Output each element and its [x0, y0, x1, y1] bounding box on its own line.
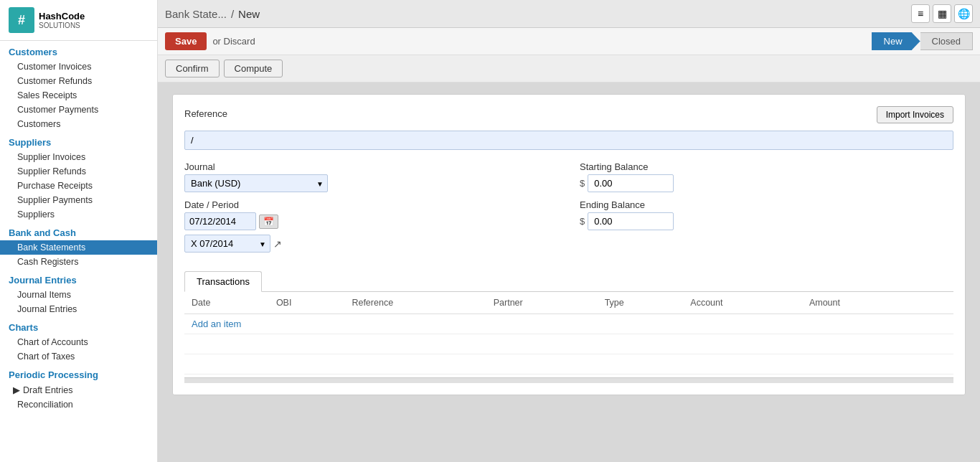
breadcrumb-parent[interactable]: Bank State... — [165, 8, 227, 20]
sidebar-item-chart-of-taxes[interactable]: Chart of Taxes — [0, 349, 157, 364]
transactions-section: Transactions Date OBI Reference Partner … — [184, 271, 953, 383]
date-period-group: Date / Period 📅 X 07/2014 X 06/2014 X 08… — [184, 199, 558, 253]
col-account: Account — [683, 292, 802, 314]
app-logo: # HashCode SOLUTIONS — [0, 0, 157, 41]
journal-select[interactable]: Bank (USD) Cash Miscellaneous — [184, 174, 328, 192]
col-amount: Amount — [802, 292, 917, 314]
period-select-wrap: X 07/2014 X 06/2014 X 08/2014 ▼ — [184, 235, 270, 253]
starting-balance-group: Starting Balance $ — [580, 161, 953, 192]
sidebar-item-suppliers[interactable]: Suppliers — [0, 207, 157, 222]
sidebar-item-draft-entries[interactable]: ▶ Draft Entries — [0, 382, 157, 397]
add-item-link[interactable]: Add an item — [192, 319, 241, 329]
sidebar-item-bank-statements[interactable]: Bank Statements — [0, 240, 157, 255]
breadcrumb: Bank State... / New — [165, 8, 260, 20]
sidebar-item-chart-of-accounts[interactable]: Chart of Accounts — [0, 335, 157, 349]
table-body: Add an item — [184, 314, 953, 374]
sidebar-item-supplier-refunds[interactable]: Supplier Refunds — [0, 164, 157, 179]
sidebar-section-charts[interactable]: Charts — [0, 316, 157, 335]
tab-bar: Transactions — [184, 271, 953, 292]
starting-balance-input[interactable] — [588, 174, 674, 192]
form-card: Reference Import Invoices Journal Bank (… — [172, 94, 966, 395]
grid-view-icon[interactable]: ▦ — [933, 4, 951, 23]
sidebar-item-cash-registers[interactable]: Cash Registers — [0, 255, 157, 269]
add-item-row: Add an item — [184, 314, 953, 334]
status-tab-new[interactable]: New — [872, 32, 920, 50]
arrow-icon: ▶ — [13, 385, 20, 395]
col-partner: Partner — [486, 292, 598, 314]
form-area: Reference Import Invoices Journal Bank (… — [158, 82, 980, 462]
confirm-button[interactable]: Confirm — [165, 60, 220, 77]
reference-label: Reference — [184, 108, 227, 119]
sidebar-item-journal-items[interactable]: Journal Items — [0, 288, 157, 302]
journal-select-wrap: Bank (USD) Cash Miscellaneous ▼ — [184, 174, 328, 192]
transactions-table: Date OBI Reference Partner Type Account … — [184, 292, 953, 374]
date-input-wrap: 📅 — [184, 212, 558, 230]
globe-icon[interactable]: 🌐 — [954, 4, 973, 23]
compute-button[interactable]: Compute — [224, 60, 283, 77]
sidebar-item-customer-invoices[interactable]: Customer Invoices — [0, 60, 157, 74]
sidebar-section-customers[interactable]: Customers — [0, 41, 157, 60]
save-button[interactable]: Save — [165, 32, 207, 50]
empty-row-2 — [184, 354, 953, 374]
import-invoices-button[interactable]: Import Invoices — [877, 106, 953, 123]
breadcrumb-separator: / — [231, 8, 234, 20]
ending-balance-label: Ending Balance — [580, 199, 953, 210]
tab-transactions[interactable]: Transactions — [184, 271, 262, 292]
sidebar-item-reconciliation[interactable]: Reconciliation — [0, 397, 157, 412]
table-head: Date OBI Reference Partner Type Account … — [184, 292, 953, 314]
col-date: Date — [184, 292, 269, 314]
top-bar-icons: ≡ ▦ 🌐 — [911, 4, 973, 23]
reference-input[interactable] — [184, 131, 953, 150]
journal-label: Journal — [184, 161, 558, 172]
journal-group: Journal Bank (USD) Cash Miscellaneous ▼ — [184, 161, 558, 192]
sidebar-section-journal[interactable]: Journal Entries — [0, 269, 157, 288]
main-content: Bank State... / New ≡ ▦ 🌐 Save or Discar… — [158, 0, 980, 462]
list-view-icon[interactable]: ≡ — [911, 4, 930, 23]
starting-balance-label: Starting Balance — [580, 161, 953, 172]
horizontal-scrollbar[interactable] — [184, 377, 953, 383]
ending-balance-wrap: $ — [580, 212, 953, 230]
sidebar-section-periodic[interactable]: Periodic Processing — [0, 364, 157, 382]
left-col: Journal Bank (USD) Cash Miscellaneous ▼ … — [184, 161, 558, 260]
breadcrumb-current: New — [238, 8, 260, 20]
external-link-icon[interactable]: ↗ — [273, 238, 282, 250]
logo-symbol: # — [9, 7, 34, 33]
sidebar-item-customer-payments[interactable]: Customer Payments — [0, 103, 157, 117]
logo-name: HashCode SOLUTIONS — [39, 11, 85, 29]
sidebar-item-purchase-receipts[interactable]: Purchase Receipts — [0, 179, 157, 193]
col-actions — [917, 292, 953, 314]
sidebar: # HashCode SOLUTIONS Customers Customer … — [0, 0, 158, 462]
sidebar-item-supplier-invoices[interactable]: Supplier Invoices — [0, 150, 157, 164]
starting-balance-currency: $ — [580, 178, 585, 189]
date-period-label: Date / Period — [184, 199, 558, 210]
empty-row-1 — [184, 334, 953, 354]
col-obi: OBI — [269, 292, 345, 314]
status-tab-closed[interactable]: Closed — [920, 32, 973, 50]
period-wrap: X 07/2014 X 06/2014 X 08/2014 ▼ ↗ — [184, 235, 558, 253]
col-reference: Reference — [344, 292, 486, 314]
table-header-row: Date OBI Reference Partner Type Account … — [184, 292, 953, 314]
right-col: Starting Balance $ Ending Balance $ — [580, 161, 953, 260]
sidebar-item-supplier-payments[interactable]: Supplier Payments — [0, 193, 157, 207]
status-tabs: New Closed — [872, 32, 973, 50]
ending-balance-currency: $ — [580, 216, 585, 227]
sidebar-section-bank[interactable]: Bank and Cash — [0, 222, 157, 240]
sidebar-item-journal-entries[interactable]: Journal Entries — [0, 302, 157, 316]
calendar-icon[interactable]: 📅 — [259, 214, 278, 229]
ending-balance-group: Ending Balance $ — [580, 199, 953, 230]
period-select[interactable]: X 07/2014 X 06/2014 X 08/2014 — [184, 235, 270, 253]
top-bar: Bank State... / New ≡ ▦ 🌐 — [158, 0, 980, 28]
sidebar-item-customers[interactable]: Customers — [0, 117, 157, 131]
ending-balance-input[interactable] — [588, 212, 674, 230]
sidebar-item-customer-refunds[interactable]: Customer Refunds — [0, 74, 157, 88]
form-row: Journal Bank (USD) Cash Miscellaneous ▼ … — [184, 161, 953, 260]
reference-header: Reference Import Invoices — [184, 106, 953, 123]
date-input[interactable] — [184, 212, 256, 230]
action-bar: Save or Discard New Closed — [158, 28, 980, 55]
sidebar-item-sales-receipts[interactable]: Sales Receipts — [0, 88, 157, 103]
discard-button[interactable]: or Discard — [212, 36, 255, 47]
sidebar-section-suppliers[interactable]: Suppliers — [0, 131, 157, 150]
col-type: Type — [598, 292, 684, 314]
confirm-bar: Confirm Compute — [158, 55, 980, 82]
starting-balance-wrap: $ — [580, 174, 953, 192]
